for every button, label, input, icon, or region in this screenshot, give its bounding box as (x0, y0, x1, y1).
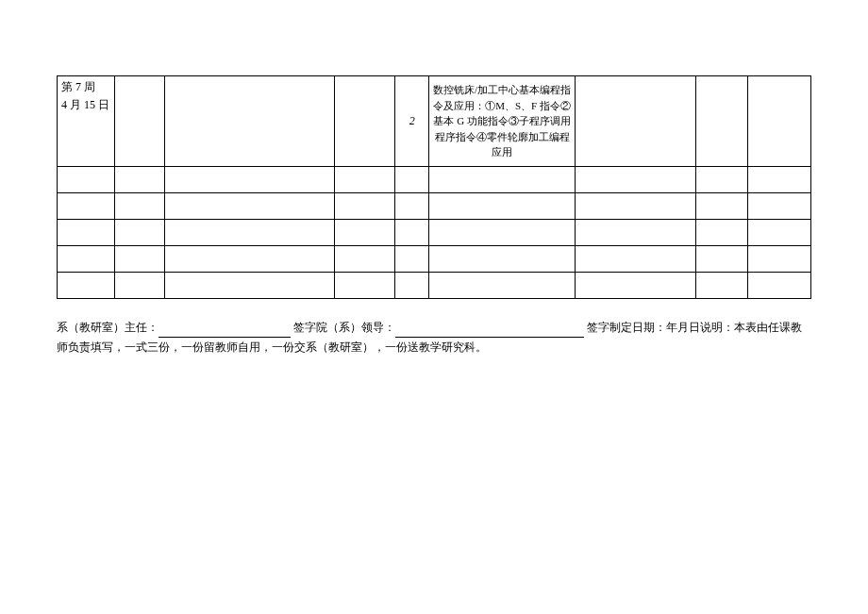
cell-col9 (748, 166, 811, 192)
cell-col8 (695, 166, 747, 192)
cell-content (428, 192, 575, 219)
cell-week (58, 245, 115, 272)
cell-content (428, 245, 575, 272)
cell-col2 (115, 245, 165, 272)
cell-col7 (576, 245, 696, 272)
cell-col3 (165, 76, 335, 167)
cell-col7 (576, 192, 696, 219)
cell-col2 (115, 219, 165, 245)
cell-hours (395, 219, 429, 245)
cell-col7 (576, 272, 696, 298)
cell-hours: 2 (395, 76, 429, 167)
table-row: 第 7 周4 月 15 日 2 数控铣床/加工中心基本编程指令及应用：①M、S、… (58, 76, 811, 167)
cell-week (58, 272, 115, 298)
signature-line-dept-head (159, 324, 291, 338)
cell-col2 (115, 192, 165, 219)
cell-col2 (115, 76, 165, 167)
cell-col4 (335, 192, 395, 219)
cell-week (58, 219, 115, 245)
cell-col7 (576, 219, 696, 245)
cell-col7 (576, 76, 696, 167)
cell-hours (395, 192, 429, 219)
cell-col4 (335, 245, 395, 272)
table-row (58, 192, 811, 219)
cell-col4 (335, 219, 395, 245)
cell-week (58, 166, 115, 192)
schedule-table: 第 7 周4 月 15 日 2 数控铣床/加工中心基本编程指令及应用：①M、S、… (57, 75, 811, 299)
cell-content (428, 219, 575, 245)
cell-col3 (165, 272, 335, 298)
cell-col3 (165, 219, 335, 245)
footer-dept-head-label: 系（教研室）主任： (57, 321, 159, 334)
table-row (58, 166, 811, 192)
cell-col2 (115, 166, 165, 192)
cell-col8 (695, 76, 747, 167)
cell-col9 (748, 219, 811, 245)
cell-content: 数控铣床/加工中心基本编程指令及应用：①M、S、F 指令②基本 G 功能指令③子… (428, 76, 575, 167)
week-text-line1: 第 7 周 (61, 80, 95, 93)
cell-col3 (165, 245, 335, 272)
cell-col9 (748, 272, 811, 298)
cell-col4 (335, 76, 395, 167)
cell-content (428, 166, 575, 192)
cell-hours (395, 245, 429, 272)
cell-col9 (748, 245, 811, 272)
cell-hours (395, 272, 429, 298)
table-row (58, 245, 811, 272)
cell-col9 (748, 192, 811, 219)
cell-col3 (165, 166, 335, 192)
cell-col8 (695, 272, 747, 298)
cell-week: 第 7 周4 月 15 日 (58, 76, 115, 167)
footer-signature-block: 系（教研室）主任： 签字院（系）领导： 签字制定日期：年月日说明：本表由任课教师… (57, 318, 811, 358)
footer-dean-label: 签字院（系）领导： (293, 321, 395, 334)
cell-content (428, 272, 575, 298)
cell-col9 (748, 76, 811, 167)
cell-hours (395, 166, 429, 192)
cell-col7 (576, 166, 696, 192)
cell-col8 (695, 219, 747, 245)
signature-line-dean (395, 324, 584, 338)
week-text-line2: 4 月 15 日 (61, 98, 109, 111)
cell-col4 (335, 166, 395, 192)
cell-col8 (695, 245, 747, 272)
table-row (58, 272, 811, 298)
cell-col3 (165, 192, 335, 219)
cell-col4 (335, 272, 395, 298)
cell-col2 (115, 272, 165, 298)
table-row (58, 219, 811, 245)
cell-week (58, 192, 115, 219)
cell-col8 (695, 192, 747, 219)
